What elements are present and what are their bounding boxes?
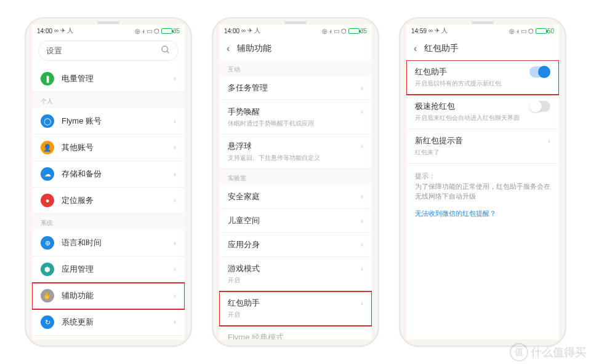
battery-icon: ❚ xyxy=(41,72,54,85)
item-kids[interactable]: 儿童空间› xyxy=(219,209,372,233)
item-apps[interactable]: ⬢ 应用管理› xyxy=(32,256,185,283)
page-title: 红包助手 xyxy=(424,43,459,54)
item-about[interactable]: i 关于手机› xyxy=(32,336,185,339)
section-system: 系统 xyxy=(32,214,185,230)
item-clone[interactable]: 应用分身› xyxy=(219,233,372,257)
watermark: 值 什么值得买 xyxy=(510,343,586,362)
item-storage[interactable]: ☁ 存储和备份› xyxy=(32,161,185,188)
item-flyme[interactable]: ◯ Flyme 账号› xyxy=(32,108,185,135)
page-header: ‹ 辅助功能 xyxy=(219,37,372,60)
item-location[interactable]: ● 定位服务› xyxy=(32,188,185,214)
phone-3: 14:59∞ ✈ 人 ◎ ⫞ ▭ ⬡ 50 ‹ 红包助手 红包助手 开启后以特有… xyxy=(399,17,566,347)
toggle-on[interactable] xyxy=(529,66,550,77)
tip-text: 提示： 为了保障功能的正常使用，红包助手服务会在无线网络下自动升级 xyxy=(406,164,559,209)
hand-icon: ✋ xyxy=(41,289,54,303)
settings-search[interactable]: 设置 xyxy=(38,41,179,61)
page-header: ‹ 红包助手 xyxy=(406,37,559,60)
item-update[interactable]: ↻ 系统更新› xyxy=(32,309,185,336)
update-icon: ↻ xyxy=(41,315,54,329)
section-lab: 实验室 xyxy=(219,169,372,185)
item-float[interactable]: 悬浮球› 支持返回、下拉悬停等功能自定义 xyxy=(219,135,372,169)
apps-icon: ⬢ xyxy=(41,263,54,276)
item-redpacket[interactable]: 红包助手› 开启 xyxy=(219,291,372,326)
back-icon[interactable]: ‹ xyxy=(414,43,417,54)
item-helper-toggle[interactable]: 红包助手 开启后以特有的方式提示新红包 xyxy=(406,60,559,95)
person-icon: 👤 xyxy=(41,141,54,154)
help-link[interactable]: 无法收到微信的红包提醒？ xyxy=(406,209,559,218)
status-bar: 14:00∞ ✈ 人 ◎ ⫞ ▭ ⬡ 35 xyxy=(219,25,372,37)
location-icon: ● xyxy=(41,194,54,207)
svg-point-0 xyxy=(162,46,167,52)
item-other-account[interactable]: 👤 其他账号› xyxy=(32,135,185,161)
item-game[interactable]: 游戏模式› 开启 xyxy=(219,257,372,291)
item-language[interactable]: ⊕ 语言和时间› xyxy=(32,230,185,256)
cloud-icon: ☁ xyxy=(41,167,54,181)
item-power[interactable]: ❚ 电量管理› xyxy=(32,66,185,92)
item-multitask[interactable]: 多任务管理› xyxy=(219,76,372,100)
page-title: 辅助功能 xyxy=(237,43,271,54)
item-accessibility[interactable]: ✋ 辅助功能› xyxy=(32,283,185,309)
toggle-off[interactable] xyxy=(529,101,550,112)
status-bar: 14:00∞ ✈ 人 ◎ ⫞ ▭ ⬡ 35 xyxy=(32,25,185,37)
phone-1: 14:00∞ ✈ 人 ◎ ⫞ ▭ ⬡ 35 设置 ❚ 电量管理› 个人 ◯ Fl… xyxy=(25,17,192,347)
back-icon[interactable]: ‹ xyxy=(227,43,230,54)
search-icon xyxy=(161,45,171,57)
item-sound[interactable]: 新红包提示音› 红包来了 xyxy=(406,129,559,164)
chevron-right-icon: › xyxy=(174,74,176,83)
globe-icon: ⊕ xyxy=(41,236,54,250)
phone-2: 14:00∞ ✈ 人 ◎ ⫞ ▭ ⬡ 35 ‹ 辅助功能 互动 多任务管理› 手… xyxy=(212,17,379,347)
item-flyme-classic[interactable]: Flyme 经典模式 xyxy=(219,326,372,339)
item-gesture[interactable]: 手势唤醒› 休眠时通过手势唤醒手机或应用 xyxy=(219,100,372,135)
section-personal: 个人 xyxy=(32,92,185,108)
flyme-icon: ◯ xyxy=(41,114,54,128)
svg-line-1 xyxy=(167,51,169,53)
section-interact: 互动 xyxy=(219,60,372,76)
item-fast-toggle[interactable]: 极速抢红包 开启后来红包会自动进入红包聊天界面 xyxy=(406,95,559,129)
status-bar: 14:59∞ ✈ 人 ◎ ⫞ ▭ ⬡ 50 xyxy=(406,25,559,37)
item-family[interactable]: 安全家庭› xyxy=(219,185,372,209)
